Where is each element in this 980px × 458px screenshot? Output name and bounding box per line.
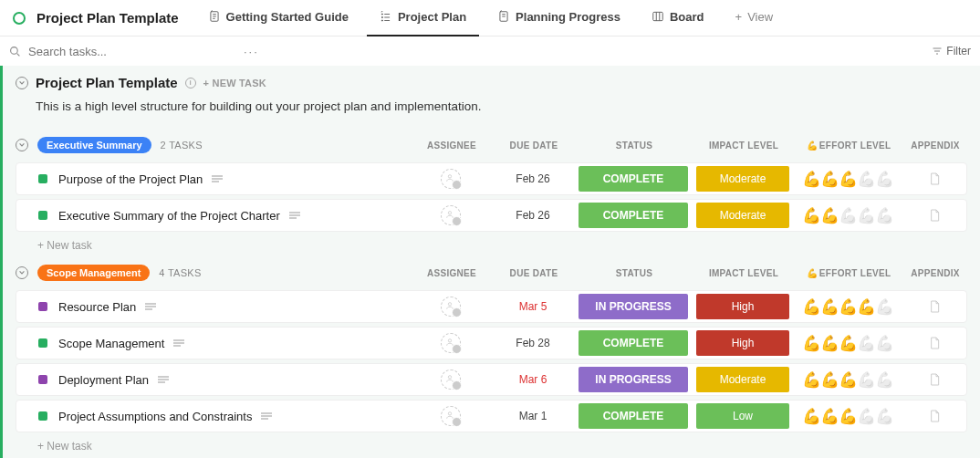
- chevron-down-icon: [18, 79, 26, 87]
- task-name[interactable]: Project Assumptions and Constraints: [58, 410, 252, 423]
- task-name[interactable]: Resource Plan: [58, 300, 136, 314]
- appendix-icon[interactable]: [927, 207, 942, 224]
- impact-pill[interactable]: Moderate: [696, 367, 789, 392]
- task-row[interactable]: Resource PlanMar 5IN PROGRESSHigh💪💪💪💪💪: [16, 290, 967, 323]
- status-pill[interactable]: IN PROGRESS: [579, 367, 688, 392]
- list-description: This is a high level structure for build…: [3, 94, 980, 124]
- cell-due-date[interactable]: Feb 26: [492, 200, 574, 231]
- new-task-button[interactable]: + New task: [16, 232, 967, 252]
- tab-planning-progress[interactable]: Planning Progress: [485, 0, 633, 36]
- appendix-icon[interactable]: [927, 171, 942, 187]
- cell-impact: Moderate: [693, 163, 793, 194]
- svg-point-30: [448, 412, 451, 415]
- app-logo-icon: [13, 12, 26, 25]
- impact-pill[interactable]: High: [696, 294, 789, 319]
- tab-project-plan[interactable]: Project Plan: [367, 0, 479, 36]
- status-pill[interactable]: COMPLETE: [579, 166, 688, 192]
- cell-status: IN PROGRESS: [574, 364, 693, 395]
- filter-button[interactable]: Filter: [932, 45, 971, 57]
- group-badge[interactable]: Scope Management: [37, 265, 150, 281]
- tab-label: Getting Started Guide: [226, 10, 349, 24]
- cell-due-date[interactable]: Mar 5: [492, 291, 574, 322]
- effort-level[interactable]: 💪💪💪💪💪: [802, 170, 893, 189]
- tab-label: Board: [670, 10, 704, 24]
- cell-effort: 💪💪💪💪💪: [793, 364, 902, 395]
- task-group: Executive Summary2 TASKS ASSIGNEE DUE DA…: [16, 131, 967, 252]
- assignee-placeholder[interactable]: [441, 169, 461, 189]
- task-cells: Mar 6IN PROGRESSModerate💪💪💪💪💪: [410, 364, 966, 395]
- effort-level[interactable]: 💪💪💪💪💪: [802, 407, 893, 426]
- cell-due-date[interactable]: Mar 6: [492, 364, 574, 395]
- new-task-top-button[interactable]: + NEW TASK: [203, 78, 266, 88]
- status-pill[interactable]: COMPLETE: [579, 203, 688, 228]
- doc-icon: [497, 10, 510, 23]
- task-row[interactable]: Project Assumptions and ConstraintsMar 1…: [16, 400, 967, 432]
- assignee-placeholder[interactable]: [441, 333, 461, 353]
- status-square-icon: [38, 302, 47, 311]
- assignee-placeholder[interactable]: [441, 370, 461, 390]
- appendix-icon[interactable]: [927, 408, 942, 424]
- description-icon: [289, 211, 300, 220]
- status-pill[interactable]: COMPLETE: [579, 403, 688, 429]
- group-collapse-toggle[interactable]: [16, 139, 28, 151]
- plus-icon: +: [735, 10, 743, 24]
- assignee-placeholder[interactable]: [441, 297, 461, 317]
- task-name[interactable]: Deployment Plan: [58, 373, 149, 387]
- cell-effort: 💪💪💪💪💪: [793, 163, 902, 194]
- cell-due-date[interactable]: Feb 28: [492, 328, 574, 359]
- effort-level[interactable]: 💪💪💪💪💪: [802, 206, 893, 225]
- impact-pill[interactable]: Moderate: [696, 166, 789, 192]
- cell-due-date[interactable]: Feb 26: [492, 163, 574, 194]
- impact-pill[interactable]: Low: [696, 403, 789, 429]
- cell-assignee: [410, 291, 492, 322]
- more-options-button[interactable]: ···: [244, 45, 259, 58]
- filter-icon: [932, 46, 943, 57]
- assignee-placeholder[interactable]: [441, 406, 461, 426]
- info-icon[interactable]: i: [185, 78, 196, 88]
- cell-impact: Moderate: [693, 364, 793, 395]
- task-cells: Mar 5IN PROGRESSHigh💪💪💪💪💪: [410, 291, 966, 322]
- status-square-icon: [38, 375, 47, 384]
- search-input[interactable]: [28, 45, 229, 58]
- impact-pill[interactable]: High: [696, 330, 789, 356]
- effort-level[interactable]: 💪💪💪💪💪: [802, 297, 893, 317]
- tab-getting-started[interactable]: Getting Started Guide: [195, 0, 361, 36]
- assignee-placeholder[interactable]: [441, 205, 461, 225]
- status-pill[interactable]: COMPLETE: [579, 330, 688, 356]
- col-header-assignee: ASSIGNEE: [411, 268, 493, 278]
- add-view-button[interactable]: + View: [723, 0, 787, 36]
- tab-board[interactable]: Board: [639, 0, 717, 36]
- effort-level[interactable]: 💪💪💪💪💪: [802, 334, 893, 353]
- task-row[interactable]: Purpose of the Project PlanFeb 26COMPLET…: [16, 162, 967, 195]
- appendix-icon[interactable]: [927, 298, 942, 315]
- new-task-button[interactable]: + New task: [16, 432, 967, 453]
- task-row[interactable]: Scope ManagementFeb 28COMPLETEHigh💪💪💪💪💪: [16, 327, 967, 359]
- col-header-appendix: APPENDIX: [903, 268, 967, 278]
- task-row[interactable]: Deployment PlanMar 6IN PROGRESSModerate💪…: [16, 363, 967, 396]
- appendix-icon[interactable]: [927, 371, 942, 388]
- impact-pill[interactable]: Moderate: [696, 203, 789, 228]
- task-row[interactable]: Executive Summary of the Project Charter…: [16, 199, 967, 232]
- list-icon: [380, 11, 392, 24]
- col-header-due: DUE DATE: [493, 141, 575, 151]
- cell-effort: 💪💪💪💪💪: [793, 291, 902, 322]
- chevron-down-icon: [18, 141, 26, 149]
- cell-appendix: [902, 200, 966, 231]
- cell-impact: Low: [693, 401, 793, 432]
- cell-status: COMPLETE: [574, 401, 693, 432]
- status-pill[interactable]: IN PROGRESS: [579, 294, 688, 319]
- group-header: Executive Summary2 TASKS ASSIGNEE DUE DA…: [16, 131, 967, 159]
- col-header-effort: 💪EFFORT LEVEL: [794, 268, 903, 278]
- collapse-toggle[interactable]: [16, 77, 28, 89]
- group-collapse-toggle[interactable]: [16, 266, 28, 279]
- task-name[interactable]: Scope Management: [58, 337, 164, 350]
- list-container: Project Plan Template i + NEW TASK This …: [0, 66, 980, 458]
- col-header-status: STATUS: [575, 268, 693, 278]
- cell-assignee: [410, 328, 492, 359]
- task-name[interactable]: Executive Summary of the Project Charter: [58, 209, 280, 223]
- appendix-icon[interactable]: [927, 335, 942, 351]
- effort-level[interactable]: 💪💪💪💪💪: [802, 370, 893, 390]
- cell-due-date[interactable]: Mar 1: [492, 401, 574, 432]
- group-badge[interactable]: Executive Summary: [37, 137, 151, 153]
- task-name[interactable]: Purpose of the Project Plan: [58, 172, 203, 186]
